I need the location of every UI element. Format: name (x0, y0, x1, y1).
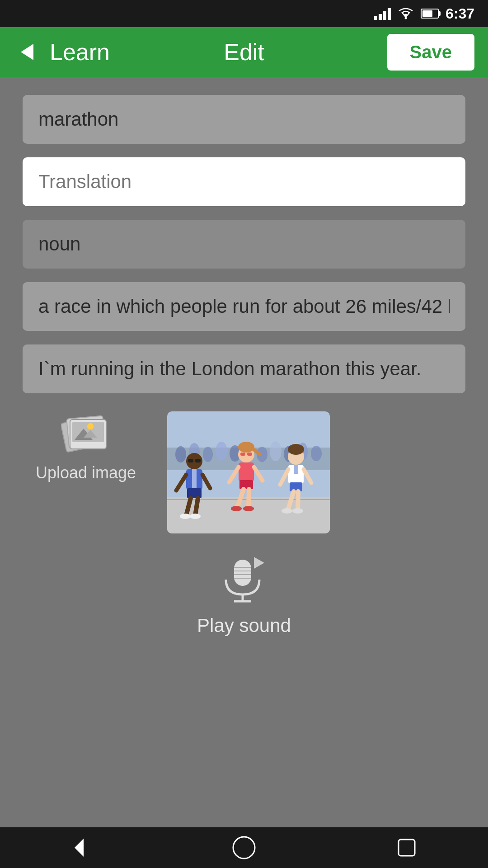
example-input[interactable] (23, 344, 465, 393)
svg-point-45 (243, 506, 254, 511)
svg-rect-69 (399, 840, 415, 856)
signal-bar-2 (379, 14, 382, 20)
svg-point-36 (238, 442, 254, 453)
svg-marker-67 (75, 839, 84, 857)
play-sound-label: Play sound (197, 615, 291, 637)
svg-point-32 (190, 514, 201, 519)
signal-icon (374, 7, 391, 20)
signal-bar-1 (374, 16, 377, 20)
signal-bar-4 (388, 8, 391, 20)
media-section: Upload image (23, 411, 465, 533)
battery-icon (421, 9, 439, 19)
battery-fill (422, 10, 432, 17)
back-button[interactable] (14, 38, 41, 66)
battery-tip (439, 11, 441, 16)
svg-point-31 (180, 514, 191, 519)
svg-point-56 (292, 508, 303, 514)
svg-rect-27 (192, 469, 197, 490)
svg-point-7 (87, 423, 94, 429)
svg-point-55 (282, 508, 292, 514)
learn-label: Learn (50, 38, 110, 66)
word-input[interactable] (23, 95, 465, 144)
main-content: Upload image (0, 77, 488, 655)
wifi-icon (398, 7, 414, 20)
microphone-icon (217, 556, 271, 606)
svg-rect-38 (240, 453, 245, 456)
bottom-home-button[interactable] (228, 832, 260, 863)
svg-rect-51 (294, 465, 298, 474)
svg-point-68 (233, 837, 255, 859)
translation-input[interactable] (23, 157, 465, 206)
svg-point-20 (311, 446, 322, 461)
svg-point-17 (270, 441, 282, 461)
status-bar: 6:37 (0, 0, 488, 27)
svg-point-44 (231, 506, 242, 511)
svg-rect-40 (239, 462, 254, 481)
svg-point-10 (175, 446, 186, 462)
bottom-nav (0, 827, 488, 868)
top-nav: Learn Edit Save (0, 27, 488, 77)
upload-image-button[interactable]: Upload image (23, 411, 149, 482)
svg-marker-66 (254, 557, 264, 569)
svg-point-12 (203, 447, 213, 462)
svg-line-43 (249, 489, 249, 508)
status-icons: 6:37 (374, 5, 474, 22)
svg-rect-24 (188, 459, 193, 462)
svg-line-54 (298, 491, 298, 510)
bottom-recent-button[interactable] (391, 832, 422, 863)
svg-line-30 (195, 498, 198, 515)
svg-rect-41 (239, 480, 253, 489)
status-time: 6:37 (446, 5, 474, 22)
svg-rect-39 (247, 453, 252, 456)
svg-point-13 (216, 442, 227, 461)
svg-rect-59 (234, 560, 251, 586)
definition-input[interactable] (23, 282, 465, 331)
svg-rect-25 (195, 459, 201, 462)
play-sound-section[interactable]: Play sound (23, 556, 465, 637)
bottom-back-button[interactable] (66, 832, 97, 863)
word-type-input[interactable] (23, 220, 465, 269)
signal-bar-3 (383, 11, 386, 20)
nav-left: Learn (14, 38, 110, 66)
save-button[interactable]: Save (387, 34, 474, 71)
back-arrow-icon (21, 44, 33, 60)
edit-title: Edit (224, 38, 264, 66)
svg-point-0 (404, 17, 407, 19)
svg-point-49 (288, 444, 304, 455)
svg-rect-52 (290, 482, 302, 491)
upload-image-icon (59, 411, 113, 457)
marathon-image[interactable] (167, 411, 330, 533)
upload-label: Upload image (36, 463, 136, 482)
